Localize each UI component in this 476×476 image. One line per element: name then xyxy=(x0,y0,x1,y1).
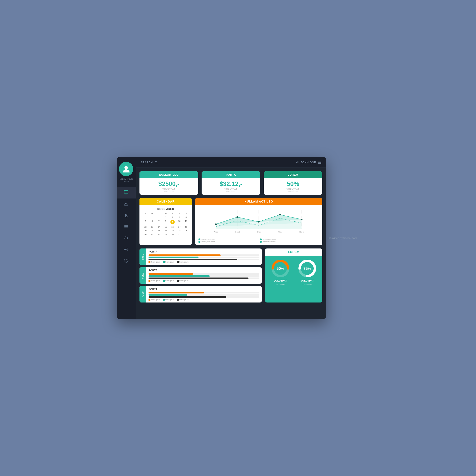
svg-text:Nov: Nov xyxy=(278,231,283,233)
bell-icon xyxy=(124,236,129,241)
chart-header: NULLAM ACT LEO xyxy=(195,198,322,205)
calendar-month: DECEMBER xyxy=(142,207,189,210)
svg-rect-10 xyxy=(318,163,321,164)
donut-header: LOREM xyxy=(265,249,322,255)
calendar-card: CALENDAR DECEMBER S M T W T F S xyxy=(139,198,192,245)
prog-content-2: PORTA lorem ipsum lorem ipsum lorem ipsu… xyxy=(146,286,262,303)
sidebar-item-dollar[interactable]: $ xyxy=(117,210,136,221)
avatar xyxy=(119,162,133,176)
chart-legend: lorem ipsum dolor lorem ipsum dolor lore… xyxy=(198,238,320,243)
chart-svg: Aug Sept Oct Nov Dec xyxy=(198,207,320,236)
svg-text:75%: 75% xyxy=(304,266,311,270)
sidebar: LOREM IPSUM DOLOR $ xyxy=(117,157,136,319)
svg-point-21 xyxy=(258,221,260,222)
donut-chart-1: 75% xyxy=(298,259,317,278)
dashboard: LOREM IPSUM DOLOR $ xyxy=(117,157,326,319)
donut-label-1: VOLUTPAT xyxy=(301,279,314,282)
avatar-section: LOREM IPSUM DOLOR xyxy=(117,162,136,182)
chart-card: NULLAM ACT LEO xyxy=(195,198,322,245)
stat-card-body-2: 50% VOLUTPAT lorem ipsum xyxy=(264,178,323,195)
calendar-header: CALENDAR xyxy=(139,198,192,205)
progress-card-0: 9DEC PORTA lorem ipsum lorem ipsum xyxy=(139,249,262,265)
prog-title-1: PORTA xyxy=(149,269,259,272)
stat-label-1: VOLUTPAT xyxy=(205,188,257,190)
menu-icon xyxy=(318,161,321,164)
legend-dot-1 xyxy=(260,238,262,240)
stat-cards-row: NULLAM LEO $2500,- VOLUTPAT lorem ipsum … xyxy=(139,171,322,195)
svg-text:Sept: Sept xyxy=(235,231,240,233)
user-area: HI, JOHN DOE xyxy=(296,161,321,164)
stat-sublabel-0: lorem ipsum xyxy=(143,190,195,192)
search-area[interactable]: SEARCH xyxy=(140,161,157,164)
user-icon xyxy=(122,165,130,173)
calendar-week-5: 26 27 28 29 30 31 xyxy=(142,233,189,236)
prog-labels-0: lorem ipsum lorem ipsum lorem ipsum xyxy=(149,261,259,263)
donut-card: LOREM 50% VOLUTPAT lorem ipsum xyxy=(265,249,322,303)
calendar-week-2: 5 6 7 8 9 10 11 xyxy=(142,219,189,225)
svg-rect-2 xyxy=(124,190,128,193)
list-icon xyxy=(124,224,129,230)
donut-label-0: VOLUTPAT xyxy=(274,279,287,282)
prog-bars-1 xyxy=(149,273,259,279)
settings-icon xyxy=(124,247,129,253)
svg-text:50%: 50% xyxy=(276,266,284,270)
donut-body: 50% VOLUTPAT lorem ipsum 75% xyxy=(265,255,322,289)
legend-dot-2 xyxy=(199,241,200,243)
stat-card-1: PORTA $32.12,- VOLUTPAT lorem ipsum xyxy=(202,171,260,195)
sidebar-nav: $ xyxy=(117,187,136,267)
sidebar-item-bell[interactable] xyxy=(117,233,136,244)
prog-title-0: PORTA xyxy=(149,250,259,253)
svg-text:Aug: Aug xyxy=(214,231,218,233)
user-label: HI, JOHN DOE xyxy=(296,161,316,164)
sidebar-item-monitor[interactable] xyxy=(117,187,136,199)
prog-date-2: 7DEC xyxy=(139,286,146,303)
svg-point-23 xyxy=(301,219,303,220)
legend-item-3: lorem ipsum dolor xyxy=(260,241,319,243)
legend-dot-3 xyxy=(260,241,262,243)
stat-sublabel-1: lorem ipsum xyxy=(205,190,257,192)
prog-content-0: PORTA lorem ipsum lorem ipsum lorem ipsu… xyxy=(146,249,262,265)
svg-point-20 xyxy=(237,216,238,218)
stat-card-2: LOREM 50% VOLUTPAT lorem ipsum xyxy=(264,171,323,195)
calendar-week-1: 1 2 3 4 xyxy=(142,215,189,219)
donut-chart-0: 50% xyxy=(271,259,290,278)
sidebar-item-list[interactable] xyxy=(117,221,136,233)
svg-text:Oct: Oct xyxy=(257,231,261,233)
calendar-days-header: S M T W T F S xyxy=(142,212,189,215)
sidebar-item-settings[interactable] xyxy=(117,244,136,255)
stat-card-header-0: NULLAM LEO xyxy=(139,171,198,178)
stat-card-body-1: $32.12,- VOLUTPAT lorem ipsum xyxy=(202,178,260,195)
svg-point-22 xyxy=(279,214,281,215)
search-label: SEARCH xyxy=(140,161,153,164)
prog-labels-1: lorem ipsum lorem ipsum lorem ipsum xyxy=(149,280,259,282)
sidebar-item-heart[interactable] xyxy=(117,255,136,267)
calendar-week-4: 19 20 21 22 23 24 25 xyxy=(142,229,189,233)
prog-date-1: 8DEC xyxy=(139,267,146,284)
main-content: SEARCH HI, JOHN DOE NULLAM LEO $2500,- V… xyxy=(136,157,326,319)
svg-point-7 xyxy=(155,161,157,163)
stat-value-1: $32.12,- xyxy=(205,180,257,187)
prog-labels-2: lorem ipsum lorem ipsum lorem ipsum xyxy=(149,299,259,301)
stat-card-header-2: LOREM xyxy=(264,171,323,178)
legend-item-0: lorem ipsum dolor xyxy=(199,238,257,240)
stat-card-body-0: $2500,- VOLUTPAT lorem ipsum xyxy=(139,178,198,195)
donut-item-0: 50% VOLUTPAT lorem ipsum xyxy=(269,259,292,285)
stat-value-2: 50% xyxy=(267,180,319,187)
search-icon xyxy=(155,161,157,164)
dollar-icon: $ xyxy=(125,213,128,219)
legend-item-1: lorem ipsum dolor xyxy=(260,238,319,240)
calendar-body: DECEMBER S M T W T F S xyxy=(139,205,192,239)
content-area: NULLAM LEO $2500,- VOLUTPAT lorem ipsum … xyxy=(136,168,326,319)
calendar-grid: S M T W T F S xyxy=(142,212,189,236)
stat-value-0: $2500,- xyxy=(143,180,195,187)
stat-card-header-1: PORTA xyxy=(202,171,260,178)
heart-icon xyxy=(124,258,129,264)
progress-card-1: 8DEC PORTA lorem ipsum lorem ipsum xyxy=(139,267,262,284)
prog-bars-0 xyxy=(149,255,259,260)
donut-sublabel-0: lorem ipsum xyxy=(276,284,285,285)
calendar-week-3: 12 13 14 15 16 17 18 xyxy=(142,225,189,229)
sidebar-item-download[interactable] xyxy=(117,199,136,210)
bottom-row: 9DEC PORTA lorem ipsum lorem ipsum xyxy=(139,249,322,303)
avatar-name: LOREM IPSUM DOLOR xyxy=(117,178,136,182)
legend-item-2: lorem ipsum dolor xyxy=(199,241,257,243)
